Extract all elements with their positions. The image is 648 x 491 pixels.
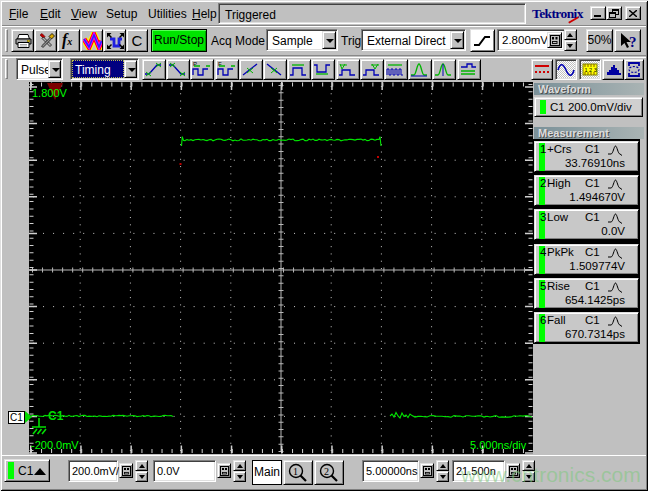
svg-text:1.800V: 1.800V — [32, 87, 68, 99]
svg-text:-200.0mV: -200.0mV — [31, 439, 79, 451]
svg-text:1: 1 — [293, 466, 298, 477]
svg-text:2: 2 — [324, 466, 329, 477]
svg-text:C1: C1 — [48, 409, 64, 423]
svg-text:5.000ns/div: 5.000ns/div — [470, 439, 527, 451]
svg-text:?: ? — [629, 34, 637, 50]
svg-text:1 2 3: 1 2 3 — [585, 67, 597, 73]
svg-text:F: F — [218, 61, 222, 67]
svg-text:P: P — [193, 61, 197, 67]
